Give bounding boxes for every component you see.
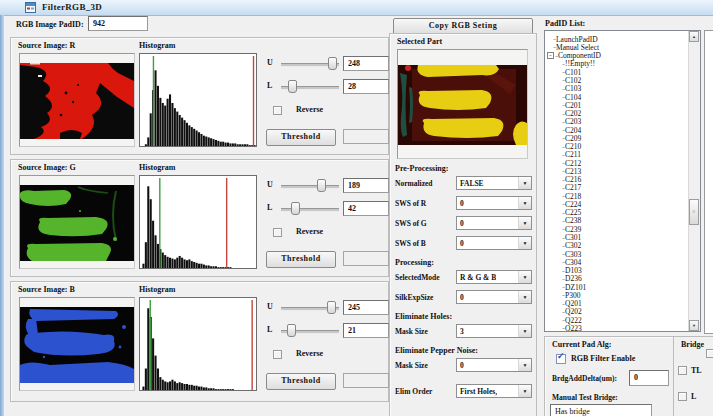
reverse-checkbox[interactable] — [273, 228, 282, 237]
padid-tree[interactable]: - -- LaunchPadID - -- Manual Select - --… — [544, 30, 701, 332]
chevron-down-icon[interactable]: ▼ — [518, 197, 531, 209]
reverse-checkbox[interactable] — [273, 106, 282, 115]
l-slider-thumb[interactable] — [287, 324, 296, 337]
tree-connector: -- — [562, 61, 564, 67]
u-value-input[interactable]: 189 — [343, 178, 389, 193]
control-row: Normalized FALSE ▼ — [393, 173, 533, 193]
pad-id-label: RGB Image PadID: — [16, 20, 84, 29]
scroll-up-icon[interactable]: ▲ — [689, 31, 699, 42]
u-slider[interactable] — [281, 57, 339, 71]
threshold-button[interactable]: Threshold — [266, 129, 336, 146]
control-label: Elim Order — [395, 387, 432, 396]
l-label: L — [267, 325, 272, 334]
l-slider-thumb[interactable] — [288, 80, 297, 93]
u-slider[interactable] — [281, 179, 339, 193]
tree-connector: -- — [562, 86, 564, 92]
control-row: SilkExpSize 0 ▼ — [393, 287, 533, 307]
combo-value: 0 — [460, 219, 464, 228]
l-slider-thumb[interactable] — [291, 202, 300, 215]
source-image-b — [19, 297, 135, 391]
tree-connector: -- — [562, 251, 564, 257]
u-slider[interactable] — [281, 301, 339, 315]
combo-box[interactable]: R & G & B ▼ — [456, 270, 532, 284]
bridge-checkbox-label: L — [691, 392, 696, 401]
combo-value: 0 — [460, 199, 464, 208]
reverse-checkbox[interactable] — [273, 350, 282, 359]
threshold-result-box — [343, 251, 389, 266]
u-label: U — [267, 58, 273, 67]
tree-connector: -- — [553, 36, 555, 42]
scrollbar-thumb[interactable]: ≡ — [689, 199, 699, 225]
tree-connector: -- — [562, 218, 564, 224]
tree-connector: -- — [562, 268, 564, 274]
chevron-down-icon[interactable]: ▼ — [518, 291, 531, 303]
control-row: SelectedMode R & G & B ▼ — [393, 267, 533, 287]
section-header: Eliminate Holes: — [395, 312, 452, 321]
source-image-r — [19, 53, 135, 147]
bridge-checkbox[interactable] — [678, 366, 687, 375]
rgb-filter-enable-checkbox[interactable]: ✓ — [556, 354, 566, 364]
l-value-input[interactable]: 21 — [343, 323, 389, 338]
threshold-button[interactable]: Threshold — [266, 251, 336, 268]
chevron-down-icon[interactable]: ▼ — [518, 217, 531, 229]
tree-connector: -- — [562, 135, 564, 141]
chevron-down-icon[interactable]: ▼ — [518, 359, 531, 371]
l-slider[interactable] — [281, 324, 339, 338]
bridge-checkbox-partial[interactable] — [706, 349, 713, 358]
threshold-button[interactable]: Threshold — [266, 373, 336, 390]
processing-controls: Pre-Processing: ▼ Normalized FALSE ▼ — [393, 159, 533, 401]
l-value-input[interactable]: 42 — [343, 201, 389, 216]
tree-expander-icon[interactable]: - — [547, 52, 554, 59]
combo-box[interactable]: 0 ▼ — [456, 236, 532, 250]
combo-box[interactable]: 3 ▼ — [456, 324, 532, 338]
combo-box[interactable]: 0 ▼ — [456, 290, 532, 304]
combo-box[interactable]: 0 ▼ — [456, 216, 532, 230]
l-slider[interactable] — [281, 80, 339, 94]
manual-test-bridge-input[interactable]: Has bridge — [550, 404, 652, 416]
control-label: Normalized — [395, 179, 433, 188]
combo-value: R & G & B — [460, 273, 496, 282]
combo-box[interactable]: FALSE ▼ — [456, 176, 532, 190]
tree-scrollbar[interactable]: ▲ ≡ ▼ — [688, 31, 700, 331]
control-row: SWS of R 0 ▼ — [393, 193, 533, 213]
u-value-input[interactable]: 248 — [343, 56, 389, 71]
l-slider[interactable] — [281, 202, 339, 216]
chevron-down-icon[interactable]: ▼ — [518, 271, 531, 283]
scroll-down-icon[interactable]: ▼ — [689, 320, 699, 331]
reverse-label: Reverse — [296, 349, 323, 358]
combo-box[interactable]: 0 ▼ — [456, 196, 532, 210]
tree-connector: -- — [562, 144, 564, 150]
control-label: SelectedMode — [395, 273, 440, 282]
tree-item-label: Q223 — [565, 324, 582, 331]
combo-box[interactable]: First Holes, ▼ — [456, 384, 532, 398]
tree-connector: -- — [562, 111, 564, 117]
u-value-input[interactable]: 245 — [343, 300, 389, 315]
brdg-add-delta-input[interactable]: 0 — [629, 370, 669, 386]
cutoff-panel — [704, 30, 713, 334]
chevron-down-icon[interactable]: ▼ — [518, 177, 531, 189]
chevron-down-icon[interactable]: ▼ — [518, 385, 531, 397]
u-slider-thumb[interactable] — [317, 179, 326, 192]
panel-title: Source Image: B — [18, 285, 75, 294]
bridge-checkbox[interactable] — [678, 392, 687, 401]
u-slider-thumb[interactable] — [327, 301, 336, 314]
histogram-g — [139, 175, 257, 269]
tree-connector: -- — [562, 292, 564, 298]
chevron-down-icon[interactable]: ▼ — [518, 237, 531, 249]
tree-connector: -- — [562, 309, 564, 315]
u-slider-thumb[interactable] — [328, 57, 337, 70]
combo-value: First Holes, — [460, 387, 497, 396]
combo-box[interactable]: 0 ▼ — [456, 358, 532, 372]
tree-item[interactable]: - -- Q223 — [547, 324, 688, 331]
pad-id-value[interactable]: 942 — [88, 16, 148, 31]
source-image-g — [19, 175, 135, 269]
tree-connector: -- — [562, 259, 564, 265]
tree-connector: -- — [555, 53, 557, 59]
source-image-b-panel: Source Image: B Histogram U 245 L 21 Rev… — [10, 281, 389, 402]
l-value-input[interactable]: 28 — [343, 79, 389, 94]
chevron-down-icon[interactable]: ▼ — [518, 325, 531, 337]
title-bar[interactable]: FilterRGB_3D — [0, 0, 713, 16]
control-label: SWS of R — [395, 199, 426, 208]
panel-title: Source Image: G — [18, 163, 76, 172]
tree-connector: -- — [562, 210, 564, 216]
